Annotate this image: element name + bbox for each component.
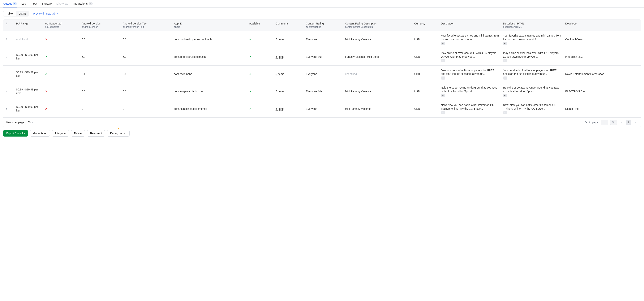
- tab-log[interactable]: Log: [22, 0, 26, 8]
- table-cell: Mild Fantasy Violence: [343, 100, 412, 117]
- table-cell: Everyone: [304, 100, 343, 117]
- tabs-bar: Output5LogInputStorageLive viewIntegrati…: [0, 0, 644, 8]
- export-results-button[interactable]: Export 5 results: [3, 130, 28, 137]
- column-header[interactable]: Currency: [412, 20, 439, 31]
- row-index: 1: [6, 38, 8, 41]
- expand-ellipsis-icon[interactable]: ···: [441, 59, 445, 62]
- column-header[interactable]: Comments: [274, 20, 304, 31]
- comments-link[interactable]: 5 items: [276, 107, 284, 110]
- column-header[interactable]: App IDappId: [172, 20, 247, 31]
- table-cell: 6.0: [121, 48, 172, 65]
- app-id: com.rovio.baba: [174, 73, 192, 76]
- table-cell: undefined: [14, 31, 44, 48]
- column-header[interactable]: Available: [247, 20, 274, 31]
- table-cell: ✓: [247, 100, 274, 117]
- table-row: 1undefined✕5.05.0com.coolmath_games.cool…: [3, 31, 641, 48]
- cell-value: 5.1: [123, 73, 126, 76]
- go-to-page-input[interactable]: [600, 120, 608, 125]
- table-cell: 5.0: [121, 83, 172, 100]
- view-mode-table[interactable]: Table: [3, 11, 16, 16]
- developer: Rovio Entertainment Corporation: [565, 73, 604, 76]
- table-cell: USD: [412, 83, 439, 100]
- comments-link[interactable]: 5 items: [276, 73, 284, 76]
- tab-input[interactable]: Input: [31, 0, 37, 8]
- check-icon: ✓: [45, 73, 48, 76]
- cell-value: 6.0: [123, 55, 126, 58]
- iap-range: $0.99 - $99.99 per item: [16, 88, 38, 95]
- view-mode-json[interactable]: JSON: [16, 11, 29, 16]
- cell-value: 6.0: [82, 55, 85, 58]
- expand-ellipsis-icon[interactable]: ···: [503, 94, 507, 97]
- cell-value: 9: [123, 107, 124, 110]
- debug-output-button[interactable]: Debug output: [107, 130, 130, 137]
- table-cell: New! Now you can battle other Pokémon GO…: [439, 100, 501, 117]
- table-footer: Items per page: 50 ▾ Go to page: Go ‹ 1 …: [3, 117, 641, 127]
- tab-integrations[interactable]: Integrations0: [72, 0, 93, 8]
- table-cell: ✕: [43, 100, 80, 117]
- column-header[interactable]: IAPRange: [14, 20, 44, 31]
- items-per-page-label: Items per page:: [6, 121, 25, 124]
- comments-link[interactable]: 5 items: [276, 55, 284, 58]
- expand-ellipsis-icon[interactable]: ···: [441, 42, 445, 45]
- tab-label: Input: [31, 2, 37, 5]
- expand-ellipsis-icon[interactable]: ···: [503, 77, 507, 80]
- resurrect-button[interactable]: Resurrect: [87, 130, 105, 137]
- column-header[interactable]: Content RatingcontentRating: [304, 20, 343, 31]
- comments-link[interactable]: 5 items: [276, 38, 284, 41]
- developer: CoolmathGam: [565, 38, 582, 41]
- tab-output[interactable]: Output5: [3, 0, 17, 8]
- table-cell: ✓: [247, 31, 274, 48]
- expand-ellipsis-icon[interactable]: ···: [503, 111, 507, 114]
- description-text: Rule the street racing Underground as yo…: [503, 86, 562, 93]
- chevron-down-icon: ▾: [32, 121, 33, 124]
- table-cell: 5 items: [274, 83, 304, 100]
- pager-current-page[interactable]: 1: [626, 120, 631, 125]
- pager-next-icon[interactable]: ›: [633, 120, 638, 125]
- column-header[interactable]: Android Version TextandroidVersionText: [121, 20, 172, 31]
- table-cell: ✓: [247, 48, 274, 65]
- cell-value: 5.0: [82, 90, 85, 93]
- view-mode-toggle: Table JSON: [3, 11, 29, 17]
- tab-badge: 0: [89, 2, 93, 5]
- pager-prev-icon[interactable]: ‹: [619, 120, 624, 125]
- comments-link[interactable]: 5 items: [276, 90, 284, 93]
- tab-label: Storage: [42, 2, 52, 5]
- column-header[interactable]: #: [3, 20, 14, 31]
- go-to-actor-button[interactable]: Go to Actor: [30, 130, 50, 137]
- expand-ellipsis-icon[interactable]: ···: [441, 94, 445, 97]
- tab-label: Log: [22, 2, 26, 5]
- integrate-button[interactable]: Integrate: [52, 130, 69, 137]
- table-cell: $0.99 - $24.99 per item: [14, 48, 44, 65]
- column-header[interactable]: Developer: [563, 20, 641, 31]
- preview-in-new-tab-link[interactable]: Preview in new tab ↗: [33, 12, 58, 15]
- column-header[interactable]: Content Rating DescriptioncontentRatingD…: [343, 20, 412, 31]
- expand-ellipsis-icon[interactable]: ···: [441, 77, 445, 80]
- table-cell: Innersloth LLC: [563, 48, 641, 65]
- table-cell: New! Now you can battle other Pokémon GO…: [501, 100, 563, 117]
- tab-label: Integrations: [72, 2, 88, 5]
- row-index: 2: [6, 55, 8, 58]
- check-icon: ✓: [249, 38, 252, 41]
- app-id: com.innersloth.spacemafia: [174, 55, 206, 58]
- expand-ellipsis-icon[interactable]: ···: [503, 59, 507, 62]
- iap-range: undefined: [16, 38, 28, 41]
- developer: ELECTRONIC A: [565, 90, 585, 93]
- table-cell: Rule the street racing Underground as yo…: [501, 83, 563, 100]
- cell-value: USD: [414, 107, 420, 110]
- expand-ellipsis-icon[interactable]: ···: [441, 111, 445, 114]
- go-to-page-button[interactable]: Go: [610, 120, 617, 125]
- column-header[interactable]: Description HTMLdescriptionHTML: [501, 20, 563, 31]
- table-cell: USD: [412, 65, 439, 83]
- table-cell: Your favorite casual games and mini game…: [439, 31, 501, 48]
- column-header[interactable]: Android VersionandroidVersion: [80, 20, 121, 31]
- cell-value: Mild Fantasy Violence: [345, 38, 371, 41]
- tab-badge: 5: [13, 2, 17, 5]
- tab-storage[interactable]: Storage: [42, 0, 52, 8]
- row-index: 5: [6, 107, 8, 110]
- column-header[interactable]: Description: [439, 20, 501, 31]
- expand-ellipsis-icon[interactable]: ···: [503, 42, 507, 45]
- delete-button[interactable]: Delete: [71, 130, 85, 137]
- cell-value: Mild Fantasy Violence: [345, 107, 371, 110]
- items-per-page-select[interactable]: 50 ▾: [28, 121, 33, 124]
- column-header[interactable]: Ad SupportedadSupported: [43, 20, 80, 31]
